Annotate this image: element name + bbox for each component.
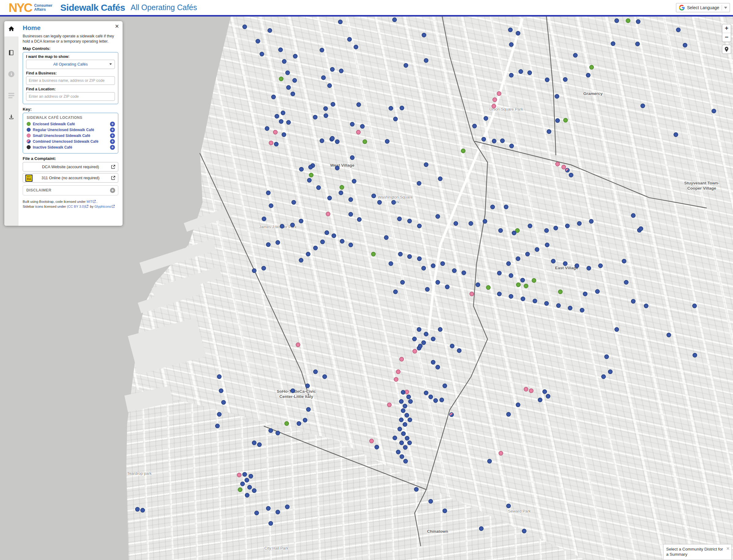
cafe-marker-p[interactable]: [273, 130, 278, 134]
cafe-marker-g[interactable]: [589, 65, 594, 70]
cafe-marker-b[interactable]: [221, 400, 226, 405]
cafe-marker-b[interactable]: [693, 353, 697, 358]
cafe-marker-b[interactable]: [350, 155, 354, 160]
layer-zoom-plus-icon[interactable]: [110, 133, 115, 138]
layer-zoom-plus-icon[interactable]: [110, 139, 115, 144]
cafe-marker-b[interactable]: [322, 374, 327, 379]
cafe-marker-b[interactable]: [308, 165, 313, 169]
cc-license-link[interactable]: (CC BY 3.0): [67, 205, 85, 208]
cafe-marker-g[interactable]: [309, 173, 313, 177]
cafe-marker-b[interactable]: [421, 266, 426, 271]
cafe-marker-b[interactable]: [299, 167, 304, 172]
cafe-marker-b[interactable]: [275, 510, 280, 514]
cafe-marker-b[interactable]: [509, 294, 513, 299]
cafe-marker-b[interactable]: [403, 404, 407, 408]
cafe-marker-b[interactable]: [257, 442, 262, 447]
cafe-marker-b[interactable]: [245, 493, 249, 498]
cafe-marker-b[interactable]: [267, 28, 272, 33]
cafe-marker-b[interactable]: [252, 441, 256, 445]
cafe-marker-b[interactable]: [360, 124, 364, 129]
cafe-marker-b[interactable]: [266, 242, 270, 247]
cafe-marker-b[interactable]: [497, 271, 502, 275]
cafe-marker-b[interactable]: [676, 28, 681, 32]
cafe-marker-b[interactable]: [398, 427, 402, 431]
cafe-marker-p[interactable]: [326, 212, 330, 216]
cafe-marker-b[interactable]: [321, 75, 326, 80]
cafe-marker-b[interactable]: [286, 120, 291, 125]
cafe-marker-b[interactable]: [424, 58, 429, 63]
cafe-marker-b[interactable]: [400, 454, 404, 459]
cafe-marker-p[interactable]: [237, 473, 241, 477]
cafe-marker-b[interactable]: [335, 139, 339, 144]
cafe-marker-b[interactable]: [506, 412, 511, 417]
cafe-marker-b[interactable]: [538, 398, 542, 402]
cafe-marker-b[interactable]: [306, 407, 311, 412]
cafe-marker-b[interactable]: [422, 33, 426, 37]
cafe-marker-b[interactable]: [407, 441, 412, 445]
cafe-marker-b[interactable]: [281, 111, 285, 115]
cafe-marker-b[interactable]: [516, 31, 520, 36]
cafe-marker-b[interactable]: [401, 431, 406, 436]
cafe-marker-b[interactable]: [217, 374, 221, 379]
cafe-marker-b[interactable]: [254, 511, 259, 515]
cafe-marker-b[interactable]: [348, 212, 353, 217]
cafe-marker-b[interactable]: [611, 41, 615, 46]
cafe-marker-b[interactable]: [400, 106, 404, 110]
cafe-marker-b[interactable]: [327, 196, 332, 200]
cafe-marker-b[interactable]: [586, 73, 591, 78]
cafe-marker-b[interactable]: [403, 445, 408, 450]
complaint-311-button[interactable]: NYC 311 311 Online (no account required): [23, 173, 118, 183]
cafe-marker-g[interactable]: [238, 487, 242, 492]
cafe-marker-g[interactable]: [371, 252, 376, 256]
cafe-marker-b[interactable]: [667, 333, 671, 337]
panel-close-icon[interactable]: ×: [115, 23, 119, 30]
cafe-marker-b[interactable]: [431, 337, 436, 341]
cafe-marker-b[interactable]: [555, 118, 560, 123]
cafe-marker-b[interactable]: [484, 116, 488, 121]
cafe-marker-b[interactable]: [285, 505, 289, 509]
cafe-marker-g[interactable]: [279, 77, 283, 81]
cafe-marker-b[interactable]: [348, 243, 353, 247]
cafe-marker-b[interactable]: [438, 176, 443, 181]
cafe-marker-b[interactable]: [255, 39, 260, 44]
cafe-marker-b[interactable]: [306, 252, 310, 256]
cafe-marker-b[interactable]: [555, 94, 559, 99]
cafe-marker-b[interactable]: [635, 42, 640, 46]
cafe-marker-b[interactable]: [244, 478, 249, 482]
cafe-marker-b[interactable]: [614, 327, 619, 332]
cafe-marker-p[interactable]: [499, 451, 503, 456]
cafe-marker-b[interactable]: [400, 280, 405, 285]
tab-guide[interactable]: [4, 45, 18, 60]
cafe-marker-b[interactable]: [313, 369, 318, 374]
cafe-marker-b[interactable]: [340, 239, 344, 244]
cafe-marker-g[interactable]: [339, 185, 344, 190]
cafe-marker-b[interactable]: [338, 20, 342, 24]
cafe-marker-b[interactable]: [692, 304, 697, 308]
cafe-marker-p[interactable]: [396, 369, 401, 374]
cafe-marker-b[interactable]: [350, 122, 354, 127]
cafe-marker-b[interactable]: [492, 139, 497, 143]
cafe-marker-g[interactable]: [558, 289, 563, 294]
cafe-marker-b[interactable]: [519, 69, 523, 74]
cafe-marker-b[interactable]: [521, 297, 525, 301]
cafe-marker-b[interactable]: [476, 282, 480, 287]
cafe-marker-b[interactable]: [490, 205, 495, 209]
cafe-marker-b[interactable]: [569, 173, 573, 177]
cafe-marker-b[interactable]: [469, 221, 473, 226]
cafe-marker-b[interactable]: [516, 403, 520, 407]
cafe-marker-g[interactable]: [563, 118, 568, 123]
cafe-marker-b[interactable]: [418, 344, 423, 348]
mit-license-link[interactable]: MIT: [87, 200, 93, 203]
cafe-marker-b[interactable]: [587, 266, 591, 271]
cafe-marker-p[interactable]: [369, 439, 374, 443]
cafe-marker-b[interactable]: [674, 132, 678, 137]
cafe-marker-b[interactable]: [436, 214, 440, 219]
cafe-marker-b[interactable]: [393, 289, 398, 294]
cafe-marker-g[interactable]: [486, 285, 491, 290]
locate-button[interactable]: [722, 45, 731, 54]
cafe-marker-b[interactable]: [624, 280, 629, 285]
cafe-marker-b[interactable]: [462, 271, 466, 275]
cafe-marker-b[interactable]: [614, 18, 619, 23]
cafe-marker-b[interactable]: [347, 37, 352, 42]
cafe-marker-b[interactable]: [604, 354, 609, 359]
